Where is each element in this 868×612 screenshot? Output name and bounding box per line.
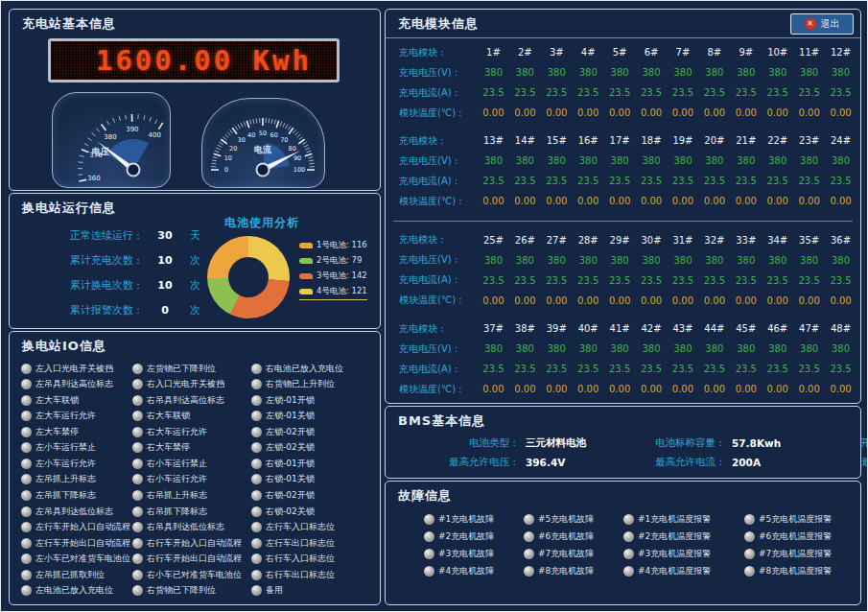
gauge-minor-tick	[293, 129, 295, 133]
module-cell: 23.5	[478, 275, 509, 286]
module-cell: 23.5	[698, 176, 730, 186]
module-cell: 380	[762, 343, 793, 354]
indicator-light-icon	[21, 506, 32, 517]
module-cell: 23.5	[541, 275, 573, 286]
stat-value: 10	[140, 279, 190, 292]
io-item: 左大车运行允许	[21, 409, 132, 425]
gauge-tick-label: 20	[229, 145, 237, 153]
module-cell: 42#	[636, 323, 668, 334]
gauge-tick-label: 30	[238, 136, 246, 144]
module-cell: 0.00	[541, 384, 573, 394]
gauge-major-tick	[298, 139, 304, 144]
module-cell: 0.00	[509, 295, 541, 306]
module-cell: 23.5	[478, 176, 509, 186]
indicator-light-icon	[132, 395, 143, 406]
module-cell: 380	[604, 255, 636, 266]
module-cell: 0.00	[573, 196, 604, 206]
module-cell: 0.00	[668, 107, 699, 118]
module-cell: 0.00	[573, 295, 604, 306]
io-item: 右吊具到达高位标志	[132, 392, 251, 409]
module-cell: 26#	[509, 235, 541, 246]
io-item-label: 右大车禁停	[147, 441, 190, 454]
module-cell: 0.00	[668, 196, 699, 206]
gauge-tick-label: 40	[247, 131, 255, 139]
module-cell: 23.5	[573, 275, 604, 286]
io-item-label: 左锁-01开锁	[266, 394, 315, 407]
gauge-minor-tick	[307, 151, 312, 153]
module-cell: 23.5	[604, 275, 636, 286]
stat-unit: 次	[190, 253, 200, 268]
indicator-light-icon	[21, 570, 32, 580]
indicator-light-icon	[524, 514, 534, 525]
fault-item-label: #1充电机温度报警	[638, 513, 711, 526]
module-cell: 32#	[698, 235, 730, 246]
io-item-label: 左行车开始出口自动流程	[35, 537, 130, 550]
gauge-minor-tick	[144, 115, 145, 120]
gauge-minor-tick	[219, 142, 223, 145]
indicator-light-icon	[251, 442, 262, 453]
gauge-minor-tick	[79, 162, 83, 163]
io-item: 左行车出口标志位	[251, 535, 376, 552]
module-cell: 0.00	[636, 295, 668, 306]
module-cell: 23.5	[541, 87, 573, 98]
module-cell: 380	[636, 67, 668, 78]
indicator-light-icon	[251, 395, 262, 406]
module-table-row: 充电模块 :25#26#27#28#29#30#31#32#33#34#35#3…	[389, 230, 856, 250]
indicator-light-icon	[132, 570, 143, 580]
module-cell: 12#	[825, 47, 856, 58]
module-row-label: 充电电流(A) :	[389, 175, 478, 188]
fault-item-label: #2充电机温度报警	[638, 530, 711, 543]
indicator-light-icon	[132, 379, 143, 389]
module-cell: 36#	[825, 235, 856, 246]
indicator-light-icon	[132, 364, 143, 374]
io-item-label: 右行车出口标志位	[266, 569, 335, 581]
module-table-row: 充电电压(V) :3803803803803803803803803803803…	[389, 339, 856, 359]
module-cell: 13#	[478, 135, 509, 146]
legend-item: 4号电池: 121	[299, 286, 367, 300]
gauge-tick-label: 60	[270, 131, 278, 139]
io-item-label: 左吊具到达高位标志	[35, 378, 113, 390]
io-item: 右行车入口标志位	[251, 551, 376, 567]
fault-item-label: #6充电机温度报警	[759, 530, 832, 543]
legend-label: 4号电池: 121	[317, 286, 367, 297]
gauge-minor-tick	[256, 118, 257, 123]
battery-usage-chart-title: 电池使用分析	[209, 215, 315, 231]
module-cell: 0.00	[730, 196, 762, 206]
legend-item: 3号电池: 142	[299, 271, 367, 282]
fault-item: #6充电机温度报警	[744, 528, 855, 545]
fault-item: #7充电机温度报警	[744, 545, 855, 562]
module-cell: 0.00	[478, 196, 509, 206]
module-cell: 23.5	[825, 364, 856, 374]
module-cell: 0.00	[604, 384, 636, 394]
io-item: 左行车入口标志位	[251, 519, 376, 535]
gauge-minor-tick	[297, 134, 301, 137]
module-cell: 380	[698, 155, 730, 166]
gauge-minor-tick	[295, 132, 298, 136]
module-cell: 380	[793, 343, 825, 354]
module-cell: 0.00	[509, 196, 541, 206]
gauge-minor-tick	[305, 148, 310, 150]
module-cell: 380	[668, 155, 699, 166]
module-cell: 47#	[793, 323, 825, 334]
module-cell: 23.5	[636, 275, 668, 286]
module-cell: 23.5	[698, 87, 730, 98]
io-item-label: 左小车运行禁止	[35, 441, 96, 454]
io-item: 右电池已放入充电位	[251, 361, 376, 377]
module-cell: 23.5	[825, 275, 856, 286]
io-item: 左吊具到达低位标志	[21, 504, 132, 520]
exit-button[interactable]: ✕ 退出	[790, 13, 854, 35]
module-table-row: 充电电压(V) :3803803803803803803803803803803…	[389, 62, 856, 82]
gauge-minor-tick	[308, 157, 313, 158]
gauge-tick-label: 10	[224, 154, 232, 162]
fault-item: #7充电机故障	[524, 545, 623, 562]
gauge-minor-tick	[299, 137, 303, 140]
io-item-label: 右行车入口标志位	[266, 553, 335, 565]
module-cell: 380	[541, 67, 573, 78]
gauge-minor-tick	[283, 123, 285, 128]
module-cell: 0.00	[573, 107, 604, 118]
io-item-label: 左吊抓下降标志	[35, 489, 96, 502]
fault-item: #1充电机故障	[424, 510, 524, 528]
module-cell: 23.5	[604, 364, 636, 374]
module-cell: 23.5	[573, 176, 604, 186]
io-item: 右行车出口标志位	[251, 567, 376, 583]
